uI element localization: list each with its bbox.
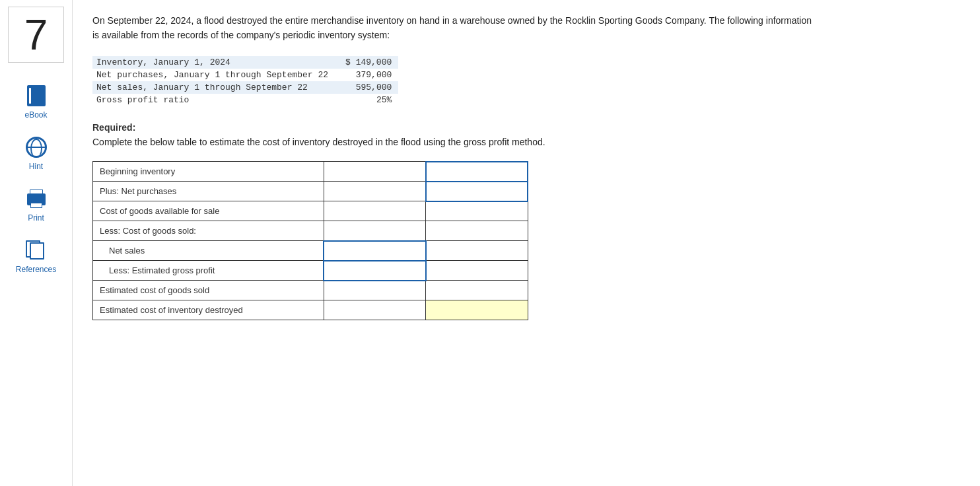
col1-input[interactable]: [331, 286, 419, 296]
question-number-box: 7: [8, 7, 64, 63]
info-label: Net purchases, January 1 through Septemb…: [92, 69, 341, 81]
table-row: Less: Estimated gross profit: [93, 261, 528, 281]
row-label: Plus: Net purchases: [93, 182, 324, 201]
info-amount: 25%: [341, 94, 398, 106]
required-desc: Complete the below table to estimate the…: [92, 135, 960, 149]
ebook-icon-area: [24, 84, 48, 108]
required-label: Required:: [92, 122, 960, 133]
info-amount: $ 149,000: [341, 56, 398, 69]
input-col2[interactable]: [426, 201, 528, 221]
hint-icon-area: [24, 135, 48, 159]
col2-input[interactable]: [433, 265, 521, 275]
info-row: Net purchases, January 1 through Septemb…: [92, 69, 398, 81]
info-amount: 379,000: [341, 69, 398, 81]
sidebar: 7 eBook Hint Print: [0, 0, 73, 486]
print-icon-area: [24, 187, 48, 211]
col1-input[interactable]: [331, 206, 419, 216]
info-label: Net sales, January 1 through September 2…: [92, 81, 341, 94]
input-col1[interactable]: [324, 300, 425, 320]
row-label: Estimated cost of inventory destroyed: [93, 300, 324, 320]
col2-input[interactable]: [433, 207, 520, 217]
table-row: Net sales: [93, 241, 528, 261]
table-row: Estimated cost of inventory destroyed: [93, 300, 528, 320]
row-label: Cost of goods available for sale: [93, 201, 324, 221]
col1-input[interactable]: [331, 226, 419, 236]
info-table: Inventory, January 1, 2024 $ 149,000 Net…: [92, 56, 398, 106]
input-col2[interactable]: [426, 162, 528, 182]
col1-input[interactable]: [331, 186, 419, 196]
references-icon: [26, 240, 47, 260]
row-label: Estimated cost of goods sold: [93, 281, 324, 300]
input-col1[interactable]: [324, 182, 425, 201]
table-row: Plus: Net purchases: [93, 182, 528, 201]
sidebar-item-references[interactable]: References: [0, 230, 72, 282]
col2-input[interactable]: [433, 166, 520, 176]
table-row: Less: Cost of goods sold:: [93, 221, 528, 241]
page-layout: 7 eBook Hint Print: [0, 0, 980, 486]
input-col1[interactable]: [324, 261, 425, 281]
col2-input[interactable]: [433, 305, 520, 315]
info-row: Inventory, January 1, 2024 $ 149,000: [92, 56, 398, 69]
question-number: 7: [24, 14, 48, 56]
col1-input[interactable]: [331, 166, 419, 176]
hint-icon: [26, 137, 47, 158]
info-label: Gross profit ratio: [92, 94, 341, 106]
sidebar-item-print[interactable]: Print: [0, 179, 72, 230]
input-col1[interactable]: [324, 281, 425, 300]
input-col2[interactable]: [426, 241, 528, 261]
ebook-label: eBook: [24, 110, 47, 120]
input-col2[interactable]: [426, 281, 528, 300]
col2-input[interactable]: [433, 246, 521, 256]
input-col1[interactable]: [324, 241, 425, 261]
input-col2[interactable]: [426, 261, 528, 281]
input-col1[interactable]: [324, 162, 425, 182]
main-content: On September 22, 2024, a flood destroyed…: [73, 0, 980, 486]
col2-input[interactable]: [433, 226, 520, 236]
hint-label: Hint: [29, 162, 43, 171]
col2-input[interactable]: [433, 285, 520, 295]
input-col1[interactable]: [324, 201, 425, 221]
table-row: Estimated cost of goods sold: [93, 281, 528, 300]
required-section: Required: Complete the below table to es…: [92, 122, 960, 149]
answer-table-container: Beginning inventory Plus: Net purchases …: [92, 161, 960, 321]
references-label: References: [16, 265, 56, 274]
input-col1[interactable]: [324, 221, 425, 241]
input-col2[interactable]: [426, 300, 528, 320]
table-row: Cost of goods available for sale: [93, 201, 528, 221]
sidebar-item-hint[interactable]: Hint: [0, 127, 72, 179]
info-label: Inventory, January 1, 2024: [92, 56, 341, 69]
row-label: Less: Estimated gross profit: [93, 261, 324, 281]
row-label: Beginning inventory: [93, 162, 324, 182]
col1-input[interactable]: [331, 246, 418, 256]
col2-input[interactable]: [433, 186, 520, 196]
ebook-icon: [27, 85, 46, 106]
info-row: Gross profit ratio 25%: [92, 94, 398, 106]
col1-input[interactable]: [331, 265, 418, 275]
print-icon: [26, 190, 46, 208]
info-amount: 595,000: [341, 81, 398, 94]
row-label: Net sales: [93, 241, 324, 261]
input-col2[interactable]: [426, 182, 528, 201]
sidebar-item-ebook[interactable]: eBook: [0, 76, 72, 127]
print-label: Print: [28, 213, 44, 223]
table-row: Beginning inventory: [93, 162, 528, 182]
info-row: Net sales, January 1 through September 2…: [92, 81, 398, 94]
row-label: Less: Cost of goods sold:: [93, 221, 324, 241]
col1-input[interactable]: [331, 305, 419, 315]
problem-text: On September 22, 2024, a flood destroyed…: [92, 13, 819, 43]
answer-table: Beginning inventory Plus: Net purchases …: [92, 161, 528, 321]
references-icon-area: [24, 238, 48, 262]
input-col2[interactable]: [426, 221, 528, 241]
